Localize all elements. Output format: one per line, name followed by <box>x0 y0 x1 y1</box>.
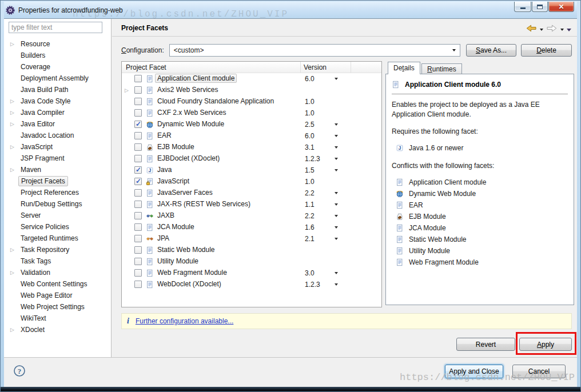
sidebar-item[interactable]: Validation <box>4 267 111 278</box>
back-dropdown-icon[interactable] <box>540 29 543 31</box>
filter-input[interactable] <box>9 22 102 33</box>
facet-checkbox[interactable] <box>134 143 142 151</box>
delete-button[interactable]: Delete <box>521 44 572 57</box>
facet-checkbox[interactable] <box>134 246 142 254</box>
facet-row[interactable]: Static Web Module <box>122 245 381 256</box>
sidebar-item[interactable]: Web Project Settings <box>4 301 111 313</box>
facet-checkbox[interactable] <box>134 86 142 94</box>
maximize-button[interactable] <box>532 2 548 12</box>
facet-checkbox[interactable] <box>134 109 142 117</box>
facet-row[interactable]: Dynamic Web Module 2.5 <box>122 119 381 130</box>
facet-row[interactable]: Application Client module 6.0 <box>122 73 381 85</box>
facet-row[interactable]: Web Fragment Module 3.0 <box>122 267 381 279</box>
facet-checkbox[interactable] <box>134 178 142 185</box>
tab-details[interactable]: Details <box>388 62 420 74</box>
sidebar-item[interactable]: WikiText <box>4 313 111 324</box>
sidebar-item[interactable]: Task Tags <box>4 255 111 267</box>
version-dropdown-icon[interactable] <box>335 272 338 274</box>
facet-row[interactable]: Axis2 Web Services <box>122 85 381 96</box>
facet-row[interactable]: JCA Module 1.6 <box>122 222 381 233</box>
facet-checkbox[interactable] <box>134 155 142 162</box>
sidebar-item[interactable]: Javadoc Location <box>4 130 111 141</box>
sidebar-item[interactable]: Project Facets <box>4 175 111 187</box>
version-dropdown-icon[interactable] <box>335 123 338 126</box>
expand-arrow-icon[interactable] <box>10 110 17 115</box>
version-dropdown-icon[interactable] <box>335 192 338 194</box>
sidebar-item[interactable]: Resource <box>4 38 111 50</box>
expand-arrow-icon[interactable] <box>10 41 17 47</box>
save-as-button[interactable]: Save As... <box>466 44 516 57</box>
version-dropdown-icon[interactable] <box>335 78 338 80</box>
help-button[interactable]: ? <box>13 365 26 377</box>
configuration-select[interactable]: <custom> <box>169 44 460 57</box>
facet-row[interactable]: EJBDoclet (XDoclet) 1.2.3 <box>122 153 381 165</box>
sidebar-item[interactable]: Web Page Editor <box>4 290 111 301</box>
version-dropdown-icon[interactable] <box>335 238 338 240</box>
forward-dropdown-icon[interactable] <box>560 29 564 31</box>
version-dropdown-icon[interactable] <box>335 226 338 229</box>
sidebar-item[interactable]: Maven <box>4 164 111 175</box>
sidebar-item[interactable]: Run/Debug Settings <box>4 198 111 210</box>
sidebar-item[interactable]: XDoclet <box>4 324 111 335</box>
forward-button[interactable] <box>546 24 558 34</box>
sidebar-item[interactable]: Project References <box>4 187 111 198</box>
facet-row[interactable]: Cloud Foundry Standalone Application 1.0 <box>122 96 381 107</box>
expand-arrow-icon[interactable] <box>10 167 17 173</box>
version-dropdown-icon[interactable] <box>335 169 338 171</box>
sidebar-item[interactable]: Java Build Path <box>4 84 111 95</box>
expand-arrow-icon[interactable] <box>10 247 17 253</box>
facet-checkbox[interactable] <box>134 258 142 265</box>
version-dropdown-icon[interactable] <box>335 203 338 206</box>
sidebar-item[interactable]: Service Policies <box>4 221 111 233</box>
sidebar-item[interactable]: Java Code Style <box>4 95 111 107</box>
facet-checkbox[interactable] <box>134 269 142 277</box>
sidebar-item[interactable]: Java Compiler <box>4 107 111 118</box>
facet-row[interactable]: JPA 2.1 <box>122 233 381 245</box>
sidebar-item[interactable]: Java Editor <box>4 118 111 130</box>
expand-arrow-icon[interactable] <box>10 270 17 275</box>
facet-checkbox[interactable] <box>134 281 142 288</box>
sidebar-item[interactable]: Web Content Settings <box>4 278 111 290</box>
back-button[interactable] <box>526 24 537 34</box>
facet-row[interactable]: JAX-RS (REST Web Services) 1.1 <box>122 199 381 210</box>
facet-checkbox[interactable] <box>134 223 142 231</box>
revert-button[interactable]: Revert <box>456 338 515 351</box>
facet-checkbox[interactable] <box>134 75 142 82</box>
sidebar-item[interactable]: JavaScript <box>4 141 111 153</box>
facet-checkbox[interactable] <box>134 235 142 242</box>
sidebar-item[interactable]: Coverage <box>4 61 111 73</box>
sidebar-item[interactable]: Targeted Runtimes <box>4 233 111 244</box>
facet-row[interactable]: EAR 6.0 <box>122 130 381 142</box>
further-configuration-link[interactable]: Further configuration available... <box>136 317 233 325</box>
facet-checkbox[interactable] <box>134 98 142 105</box>
facet-row[interactable]: CXF 2.x Web Services 1.0 <box>122 107 381 119</box>
facet-row[interactable]: WebDoclet (XDoclet) 1.2.3 <box>122 279 381 290</box>
expand-arrow-icon[interactable] <box>10 121 17 127</box>
expand-arrow-icon[interactable] <box>10 98 17 104</box>
facet-row[interactable]: Utility Module <box>122 256 381 267</box>
version-dropdown-icon[interactable] <box>335 215 338 217</box>
facet-row[interactable]: JavaServer Faces 2.2 <box>122 187 381 199</box>
sidebar-item[interactable]: Deployment Assembly <box>4 73 111 84</box>
expand-arrow-icon[interactable] <box>10 144 17 150</box>
minimize-button[interactable] <box>514 2 531 12</box>
facet-checkbox[interactable] <box>134 121 142 128</box>
facet-row[interactable]: J Java 1.5 <box>122 165 381 176</box>
version-dropdown-icon[interactable] <box>335 146 338 149</box>
sidebar-item[interactable]: Server <box>4 210 111 221</box>
version-dropdown-icon[interactable] <box>335 283 338 286</box>
facet-checkbox[interactable] <box>134 166 142 174</box>
expand-arrow-icon[interactable] <box>10 327 17 333</box>
view-menu-icon[interactable] <box>567 29 571 31</box>
version-dropdown-icon[interactable] <box>335 135 338 137</box>
version-dropdown-icon[interactable] <box>335 158 338 160</box>
sidebar-item[interactable]: JSP Fragment <box>4 153 111 164</box>
facet-row[interactable]: JAXB 2.2 <box>122 210 381 222</box>
facet-checkbox[interactable] <box>134 212 142 219</box>
facet-row[interactable]: EJB Module 3.1 <box>122 142 381 153</box>
facet-checkbox[interactable] <box>134 132 142 139</box>
close-button[interactable]: ✕ <box>548 2 574 12</box>
facet-checkbox[interactable] <box>134 189 142 197</box>
tab-runtimes[interactable]: Runtimes <box>421 63 462 74</box>
expand-arrow-icon[interactable] <box>125 87 129 93</box>
